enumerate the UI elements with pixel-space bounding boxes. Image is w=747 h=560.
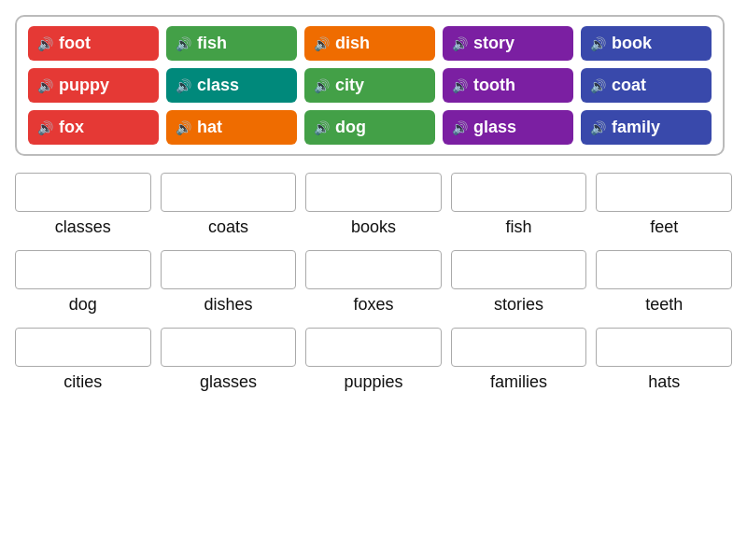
- word-label: class: [197, 76, 239, 95]
- word-label: coat: [612, 76, 646, 95]
- drop-box-foxes[interactable]: [305, 250, 442, 289]
- word-card-tooth[interactable]: 🔊tooth: [443, 68, 573, 103]
- word-label: fish: [197, 34, 227, 53]
- drop-box-glasses[interactable]: [161, 328, 297, 367]
- word-grid-container: 🔊foot🔊fish🔊dish🔊story🔊book🔊puppy🔊class🔊c…: [15, 15, 725, 156]
- word-card-book[interactable]: 🔊book: [581, 26, 712, 61]
- match-section-2: dogdishesfoxesstoriesteeth: [15, 250, 732, 315]
- label-row-1: classescoatsbooksfishfeet: [15, 217, 732, 237]
- speaker-icon[interactable]: 🔊: [37, 36, 53, 51]
- match-section-1: classescoatsbooksfishfeet: [15, 173, 732, 237]
- plural-label-foxes: foxes: [305, 295, 442, 315]
- drop-box-feet[interactable]: [596, 173, 732, 212]
- word-label: story: [473, 34, 514, 53]
- match-section-3: citiesglassespuppiesfamilieshats: [15, 328, 732, 392]
- drop-row-2: [15, 250, 732, 289]
- word-card-story[interactable]: 🔊story: [443, 26, 573, 61]
- word-label: book: [612, 34, 652, 53]
- word-label: fox: [59, 118, 84, 137]
- word-label: foot: [59, 34, 91, 53]
- plural-label-cities: cities: [15, 372, 151, 392]
- word-card-glass[interactable]: 🔊glass: [443, 110, 573, 145]
- word-card-coat[interactable]: 🔊coat: [581, 68, 712, 103]
- word-card-fox[interactable]: 🔊fox: [28, 110, 159, 145]
- word-card-puppy[interactable]: 🔊puppy: [28, 68, 159, 103]
- speaker-icon[interactable]: 🔊: [176, 78, 191, 93]
- word-label: glass: [473, 118, 516, 137]
- word-card-hat[interactable]: 🔊hat: [166, 110, 297, 145]
- speaker-icon[interactable]: 🔊: [452, 78, 468, 93]
- speaker-icon[interactable]: 🔊: [452, 36, 468, 51]
- plural-label-fish: fish: [451, 217, 587, 237]
- plural-label-books: books: [305, 217, 442, 237]
- drop-box-books[interactable]: [305, 173, 442, 212]
- drop-row-1: [15, 173, 732, 212]
- word-card-family[interactable]: 🔊family: [581, 110, 712, 145]
- plural-label-feet: feet: [596, 217, 732, 237]
- speaker-icon[interactable]: 🔊: [590, 36, 606, 51]
- plural-label-families: families: [451, 372, 587, 392]
- drop-box-dishes[interactable]: [161, 250, 297, 289]
- label-row-2: dogdishesfoxesstoriesteeth: [15, 295, 732, 315]
- word-card-class[interactable]: 🔊class: [166, 68, 297, 103]
- word-label: dish: [335, 34, 370, 53]
- word-card-foot[interactable]: 🔊foot: [28, 26, 159, 61]
- drop-box-hats[interactable]: [596, 328, 732, 367]
- plural-label-classes: classes: [15, 217, 151, 237]
- plural-label-dog: dog: [15, 295, 151, 315]
- word-card-dish[interactable]: 🔊dish: [304, 26, 435, 61]
- word-label: family: [612, 118, 660, 137]
- word-card-city[interactable]: 🔊city: [304, 68, 435, 103]
- word-card-fish[interactable]: 🔊fish: [166, 26, 297, 61]
- word-grid: 🔊foot🔊fish🔊dish🔊story🔊book🔊puppy🔊class🔊c…: [28, 26, 712, 145]
- drop-row-3: [15, 328, 732, 367]
- plural-label-stories: stories: [451, 295, 587, 315]
- plural-label-hats: hats: [596, 372, 732, 392]
- drop-box-stories[interactable]: [451, 250, 587, 289]
- speaker-icon[interactable]: 🔊: [314, 78, 330, 93]
- speaker-icon[interactable]: 🔊: [314, 36, 330, 51]
- word-label: dog: [335, 118, 366, 137]
- plural-label-glasses: glasses: [161, 372, 297, 392]
- plural-label-puppies: puppies: [305, 372, 442, 392]
- speaker-icon[interactable]: 🔊: [590, 78, 606, 93]
- word-label: city: [335, 76, 364, 95]
- plural-label-teeth: teeth: [596, 295, 732, 315]
- drop-box-teeth[interactable]: [596, 250, 732, 289]
- drop-box-cities[interactable]: [15, 328, 151, 367]
- drop-box-dog[interactable]: [15, 250, 151, 289]
- plural-label-coats: coats: [161, 217, 297, 237]
- speaker-icon[interactable]: 🔊: [452, 120, 468, 135]
- word-label: hat: [197, 118, 222, 137]
- speaker-icon[interactable]: 🔊: [176, 36, 191, 51]
- speaker-icon[interactable]: 🔊: [37, 120, 53, 135]
- drop-box-families[interactable]: [451, 328, 587, 367]
- speaker-icon[interactable]: 🔊: [314, 120, 330, 135]
- plural-label-dishes: dishes: [161, 295, 297, 315]
- word-label: tooth: [473, 76, 515, 95]
- speaker-icon[interactable]: 🔊: [590, 120, 606, 135]
- drop-box-fish[interactable]: [451, 173, 587, 212]
- speaker-icon[interactable]: 🔊: [176, 120, 191, 135]
- speaker-icon[interactable]: 🔊: [37, 78, 53, 93]
- drop-box-puppies[interactable]: [305, 328, 442, 367]
- drop-box-coats[interactable]: [161, 173, 297, 212]
- word-card-dog[interactable]: 🔊dog: [304, 110, 435, 145]
- label-row-3: citiesglassespuppiesfamilieshats: [15, 372, 732, 392]
- drop-box-classes[interactable]: [15, 173, 151, 212]
- word-label: puppy: [59, 76, 109, 95]
